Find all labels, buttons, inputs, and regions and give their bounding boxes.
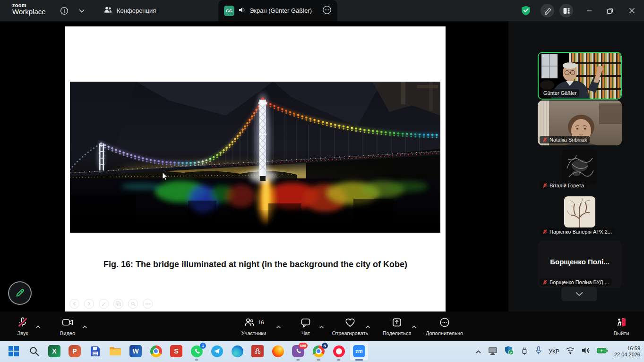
muted-mic-icon xyxy=(542,137,548,143)
edge-icon[interactable] xyxy=(231,345,243,357)
video-options-chevron[interactable] xyxy=(82,322,88,328)
tab-meeting[interactable]: Конференция xyxy=(97,0,163,21)
participant-tile-pariienko[interactable]: Парієнко Валерія АРХ 2... xyxy=(538,194,622,237)
whatsapp-badge: 1 xyxy=(200,343,206,349)
pen-tool-button[interactable] xyxy=(99,299,109,309)
more-button[interactable]: Дополнительно xyxy=(420,311,469,341)
language-indicator[interactable]: УКР xyxy=(549,348,559,355)
zoom-app-icon[interactable]: zm xyxy=(353,345,365,357)
participants-options-chevron[interactable] xyxy=(276,322,282,328)
annotation-pencil-button[interactable] xyxy=(8,281,32,305)
display-tray-icon[interactable] xyxy=(488,346,498,357)
search-icon[interactable] xyxy=(28,345,40,357)
whatsapp-icon[interactable]: 1 xyxy=(190,345,203,357)
speaker-tray-icon[interactable] xyxy=(581,346,591,356)
video-button[interactable]: Видео xyxy=(49,311,86,341)
restore-button[interactable] xyxy=(601,0,619,21)
share-screen-icon xyxy=(391,316,403,328)
muted-mic-icon xyxy=(542,229,548,235)
avatar xyxy=(564,196,595,227)
participant-name-label: Борщенко Поліна БУД ... xyxy=(540,278,612,286)
minimize-button[interactable] xyxy=(580,0,598,21)
previous-slide-button[interactable] xyxy=(69,299,79,309)
leave-button[interactable]: Выйти xyxy=(601,311,641,341)
participant-name-label: Günter Gäßler xyxy=(541,89,579,97)
bridge-photo xyxy=(70,82,440,233)
excel-icon[interactable]: X xyxy=(48,345,60,357)
tab-meeting-label: Конференция xyxy=(117,7,156,14)
participant-tile-nataliia[interactable]: Nataliia Sribniak xyxy=(538,101,622,145)
slideshow-more-button[interactable] xyxy=(143,299,153,309)
opera-icon[interactable] xyxy=(333,345,345,357)
firefox-icon[interactable] xyxy=(272,345,284,357)
viber-badge: 698 xyxy=(299,343,308,349)
next-slide-button[interactable] xyxy=(84,299,94,309)
participants-button[interactable]: 16 Участники xyxy=(230,311,277,341)
microphone-tray-icon[interactable] xyxy=(535,346,542,357)
leave-label: Выйти xyxy=(614,330,629,336)
layout-view-button[interactable] xyxy=(559,4,573,17)
annotate-button[interactable] xyxy=(541,4,554,17)
slide-caption: Fig. 16: The bridge illuminated at night… xyxy=(65,260,446,269)
chat-label: Чат xyxy=(301,330,310,336)
taskbar-apps: X P W S 1 xyxy=(8,345,365,357)
participant-display-name: Борщенко Полі... xyxy=(538,258,622,266)
s-app-icon[interactable]: S xyxy=(170,345,182,357)
participants-label: Участники xyxy=(241,330,266,336)
react-label: Отреагировать xyxy=(332,330,369,336)
start-button-icon[interactable] xyxy=(8,345,20,357)
participant-tile-vitalii[interactable]: Віталій Горета xyxy=(538,149,622,191)
red-photo-app-icon[interactable] xyxy=(251,345,264,357)
audio-options-chevron[interactable] xyxy=(35,322,41,328)
more-participants-button[interactable] xyxy=(561,287,597,301)
muted-mic-icon xyxy=(542,279,548,285)
file-explorer-icon[interactable] xyxy=(109,345,121,357)
viber-icon[interactable]: 698 xyxy=(292,345,304,357)
muted-mic-icon xyxy=(542,183,548,188)
participant-tile-borshchenko[interactable]: Борщенко Полі... Борщенко Поліна БУД ... xyxy=(538,241,622,288)
wifi-tray-icon[interactable] xyxy=(566,346,575,356)
participant-tile-gunter[interactable]: Günter Gäßler xyxy=(538,52,622,100)
speaker-icon xyxy=(238,6,246,15)
shared-screen-area: Fig. 16: The bridge illuminated at night… xyxy=(0,21,508,311)
chrome-icon[interactable] xyxy=(150,345,162,357)
windows-taskbar: X P W S 1 xyxy=(0,341,644,362)
tab-options-icon[interactable] xyxy=(322,5,332,16)
more-label: Дополнительно xyxy=(426,330,463,336)
word-icon[interactable]: W xyxy=(129,345,142,357)
titlebar: zoom Workplace Конференция GG Экран (Gün… xyxy=(0,0,644,21)
info-icon[interactable] xyxy=(60,6,69,16)
avatar: GG xyxy=(224,6,234,16)
usb-tray-icon[interactable] xyxy=(520,346,529,357)
video-label: Видео xyxy=(60,330,75,336)
system-tray: УКР 16:59 22.04.2026 xyxy=(475,341,640,362)
chrome-profile-badge: N xyxy=(322,343,328,349)
save-floppy-icon[interactable] xyxy=(89,345,101,357)
windows-security-tray-icon[interactable] xyxy=(504,345,514,357)
chevron-down-icon[interactable] xyxy=(78,8,85,14)
clock[interactable]: 16:59 22.04.2026 xyxy=(614,345,640,358)
heart-icon xyxy=(344,316,356,328)
chat-options-chevron[interactable] xyxy=(319,322,325,328)
see-all-slides-button[interactable] xyxy=(113,299,123,309)
telegram-icon[interactable] xyxy=(211,345,223,357)
meeting-toolbar: Звук Видео 16 Участники Чат xyxy=(0,311,644,341)
security-shield-icon[interactable] xyxy=(521,5,531,16)
slideshow-controls xyxy=(69,299,153,309)
tray-time: 16:59 xyxy=(614,345,640,352)
battery-tray-icon[interactable] xyxy=(597,347,608,356)
participant-name-label: Віталій Горета xyxy=(540,182,587,189)
brand-line2: Workplace xyxy=(12,8,46,16)
chrome-profile-icon[interactable]: N xyxy=(312,345,325,357)
react-options-chevron[interactable] xyxy=(365,322,371,328)
zoom-slide-button[interactable] xyxy=(128,299,138,309)
tab-screen-share[interactable]: GG Экран (Günter Gäßler) xyxy=(218,0,337,21)
share-options-chevron[interactable] xyxy=(412,322,417,328)
powerpoint-icon[interactable]: P xyxy=(69,345,81,357)
chevron-down-icon xyxy=(575,292,584,296)
close-button[interactable] xyxy=(623,0,641,21)
tray-chevron-up-icon[interactable] xyxy=(475,347,481,356)
tab-screen-label: Экран (Günter Gäßler) xyxy=(249,7,318,14)
participants-people-icon xyxy=(103,6,112,15)
audio-label: Звук xyxy=(17,330,28,336)
